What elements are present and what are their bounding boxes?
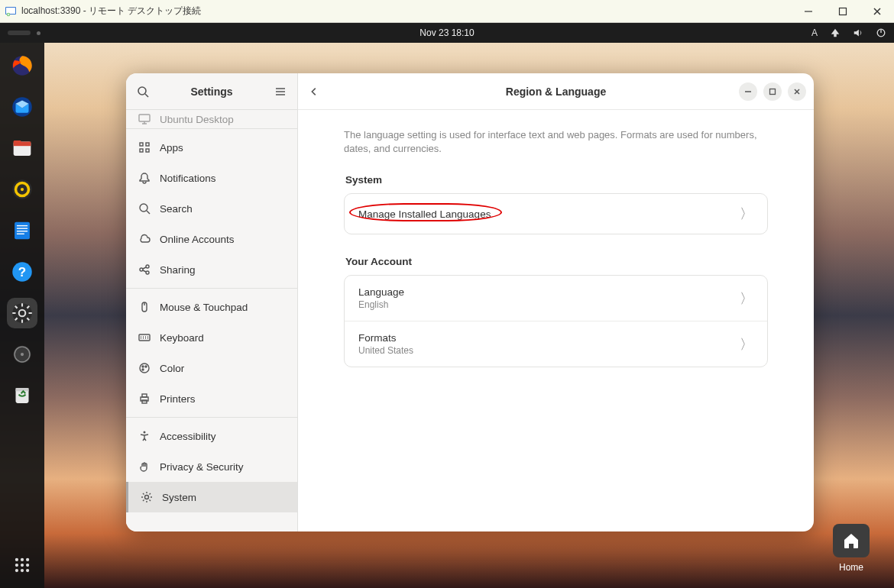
sidebar-item-printers[interactable]: Printers <box>126 383 297 414</box>
svg-rect-54 <box>142 400 147 403</box>
svg-point-24 <box>21 353 24 356</box>
svg-point-43 <box>140 268 143 271</box>
back-button[interactable] <box>309 86 319 97</box>
sidebar-item-mouse-touchpad[interactable]: Mouse & Touchpad <box>126 292 297 322</box>
sidebar-item-color[interactable]: Color <box>126 353 297 383</box>
sidebar-item-search[interactable]: Search <box>126 193 297 224</box>
topbar-datetime[interactable]: Nov 23 18:10 <box>0 27 894 38</box>
chevron-right-icon: 〉 <box>740 335 753 354</box>
window-title: localhost:3390 - リモート デスクトップ接続 <box>21 5 791 18</box>
dock-disk-utility[interactable] <box>7 339 37 370</box>
dock-help[interactable]: ? <box>7 257 37 287</box>
chevron-right-icon: 〉 <box>740 205 753 223</box>
svg-point-32 <box>26 564 29 567</box>
window-minimize-button[interactable] <box>739 82 757 101</box>
svg-rect-47 <box>139 334 150 341</box>
dock-thunderbird[interactable] <box>7 92 37 122</box>
sidebar-item-label: Accessibility <box>160 431 216 442</box>
window-maximize-button[interactable] <box>763 82 782 101</box>
sidebar-separator <box>126 417 297 418</box>
row-subtitle: English <box>358 299 404 310</box>
sidebar-item-accessibility[interactable]: Accessibility <box>126 421 297 451</box>
sidebar-item-label: Ubuntu Desktop <box>160 114 234 125</box>
share-icon <box>138 263 151 276</box>
row-formats[interactable]: FormatsUnited States〉 <box>345 321 767 367</box>
sidebar-item-label: Notifications <box>160 173 216 184</box>
dock-rhythmbox[interactable] <box>7 174 37 205</box>
cloud-icon <box>138 233 151 245</box>
svg-point-36 <box>138 87 146 95</box>
sidebar-item-notifications[interactable]: Notifications <box>126 163 297 193</box>
svg-point-28 <box>21 558 24 561</box>
sidebar-item-label: Color <box>160 363 184 374</box>
dock-libreoffice-writer[interactable] <box>7 215 37 246</box>
sidebar-item-label: Privacy & Security <box>160 461 244 473</box>
sidebar-menu-button[interactable] <box>274 86 287 98</box>
bell-icon <box>138 172 151 184</box>
svg-point-27 <box>15 558 18 561</box>
svg-point-29 <box>26 558 29 561</box>
svg-point-51 <box>142 369 144 370</box>
svg-point-49 <box>142 366 144 367</box>
sidebar-item-label: Sharing <box>160 264 196 276</box>
row-manage-installed-languages[interactable]: Manage Installed Languages〉 <box>345 194 767 234</box>
sidebar-item-online-accounts[interactable]: Online Accounts <box>126 224 297 254</box>
hand-icon <box>138 460 151 473</box>
svg-rect-37 <box>139 115 150 121</box>
sidebar-separator <box>126 128 297 129</box>
mouse-icon <box>138 301 151 313</box>
dock-trash[interactable] <box>7 380 37 411</box>
dock-files[interactable] <box>7 133 37 163</box>
window-close-button[interactable] <box>788 82 806 101</box>
section-heading: Your Account <box>345 256 768 267</box>
input-source-indicator[interactable]: A <box>811 27 818 38</box>
svg-point-12 <box>21 188 24 191</box>
sidebar-search-button[interactable] <box>137 86 149 98</box>
sidebar-item-ubuntu-desktop[interactable]: Ubuntu Desktop <box>126 110 297 125</box>
gear-icon <box>141 491 153 503</box>
svg-rect-16 <box>17 231 28 231</box>
settings-sidebar: Settings Ubuntu DesktopAppsNotifications… <box>126 73 298 531</box>
svg-rect-9 <box>14 141 21 144</box>
section-heading: System <box>345 174 768 186</box>
monitor-icon <box>138 113 151 125</box>
accessibility-icon <box>138 430 151 442</box>
printer-icon <box>138 393 151 405</box>
dock-show-apps[interactable] <box>7 550 37 580</box>
dock-firefox[interactable] <box>7 50 37 81</box>
sidebar-item-sharing[interactable]: Sharing <box>126 254 297 285</box>
sidebar-item-label: Mouse & Touchpad <box>160 302 248 313</box>
sidebar-item-label: Apps <box>160 142 183 153</box>
rdp-icon <box>5 5 17 18</box>
svg-point-45 <box>146 271 149 274</box>
win-maximize-button[interactable] <box>825 0 860 23</box>
svg-rect-14 <box>17 225 28 226</box>
section-card: Manage Installed Languages〉 <box>344 193 768 234</box>
svg-rect-15 <box>17 228 28 228</box>
sidebar-item-system[interactable]: System <box>126 482 297 512</box>
desktop-home-folder[interactable]: Home <box>833 524 870 573</box>
sidebar-item-keyboard[interactable]: Keyboard <box>126 322 297 353</box>
section-card: LanguageEnglish〉FormatsUnited States〉 <box>344 275 768 367</box>
row-language[interactable]: LanguageEnglish〉 <box>345 276 767 321</box>
svg-point-33 <box>15 569 18 572</box>
settings-content: Region & Language The language setting i… <box>298 73 814 531</box>
gnome-topbar: Nov 23 18:10 A <box>0 23 894 43</box>
power-icon[interactable] <box>876 27 886 38</box>
win-minimize-button[interactable] <box>791 0 825 23</box>
activities-button[interactable] <box>8 31 40 35</box>
sidebar-item-apps[interactable]: Apps <box>126 132 297 163</box>
sidebar-item-privacy-security[interactable]: Privacy & Security <box>126 451 297 482</box>
svg-rect-41 <box>146 149 149 152</box>
sidebar-item-label: Online Accounts <box>160 234 235 245</box>
win-close-button[interactable] <box>860 0 894 23</box>
volume-icon[interactable] <box>853 27 863 38</box>
svg-point-35 <box>26 569 29 572</box>
svg-point-48 <box>140 363 149 373</box>
svg-rect-40 <box>140 149 143 152</box>
desktop-home-label: Home <box>833 562 870 573</box>
svg-rect-38 <box>140 143 143 146</box>
network-icon[interactable] <box>830 27 841 38</box>
dock-settings[interactable] <box>7 298 37 328</box>
row-subtitle: United States <box>358 345 413 356</box>
